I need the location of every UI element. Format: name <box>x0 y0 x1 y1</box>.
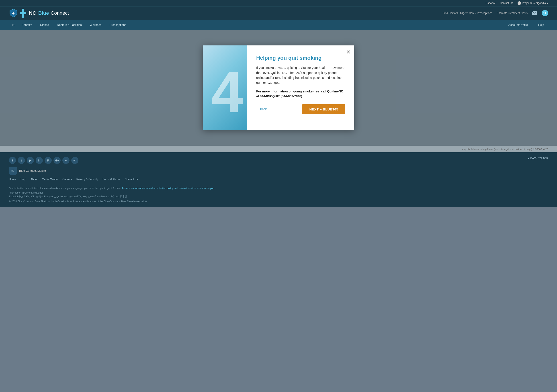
nav-help[interactable]: Help <box>534 20 548 30</box>
facebook-icon[interactable]: f <box>9 157 16 164</box>
disclaimer-bar: any disclaimers or legal here (website l… <box>0 146 557 152</box>
espanol-link[interactable]: Español <box>486 1 495 5</box>
footer-top: f t ▶ in P G+ ● BC BC Blue Connect Mobil… <box>9 157 548 175</box>
svg-text:⊕: ⊕ <box>12 12 15 15</box>
nav-account[interactable]: Account/Profile <box>504 20 532 30</box>
modal-body-bold: For more information on going smoke-free… <box>256 89 345 99</box>
linkedin-icon[interactable]: in <box>36 157 43 164</box>
footer-media[interactable]: Media Center <box>42 178 58 181</box>
user-icon <box>517 1 521 5</box>
nav-bar: ⌂ Benefits Claims Doctors & Facilities W… <box>0 20 557 30</box>
user-name: Prajeeth Venigandla <box>522 1 546 5</box>
modal-title: Helping you quit smoking <box>256 54 345 61</box>
modal-footer: ← back NEXT – BLUE365 <box>256 104 345 114</box>
next-button[interactable]: NEXT – BLUE365 <box>302 104 345 114</box>
copyright-text: © 2020 Blue Cross and Blue Shield of Nor… <box>9 200 147 203</box>
pinterest-icon[interactable]: P <box>45 157 52 164</box>
languages-text: Español 中文 Tiếng Việt 한국어 Français عربي … <box>9 195 127 198</box>
footer-legal-text: Discrimination is prohibited. If you nee… <box>9 187 122 189</box>
footer-privacy[interactable]: Privacy & Security <box>76 178 98 181</box>
footer: f t ▶ in P G+ ● BC BC Blue Connect Mobil… <box>0 152 557 207</box>
footer-languages-list: Español 中文 Tiếng Việt 한국어 Français عربي … <box>9 195 548 198</box>
footer-about[interactable]: About <box>31 178 37 181</box>
svg-rect-2 <box>20 12 26 14</box>
search-button[interactable] <box>542 10 548 16</box>
shield-icon: ⊕ <box>9 9 18 18</box>
nav-wellness[interactable]: Wellness <box>86 20 106 30</box>
rss-icon[interactable]: ● <box>62 157 70 164</box>
user-info: Prajeeth Venigandla ▾ <box>517 1 548 5</box>
back-to-top-button[interactable]: ▲ BACK TO TOP <box>527 157 548 160</box>
top-bar: Español Contact Us Prajeeth Venigandla ▾ <box>0 0 557 6</box>
home-nav-button[interactable]: ⌂ <box>9 20 18 30</box>
googleplus-icon[interactable]: G+ <box>53 157 61 164</box>
back-button[interactable]: ← back <box>256 107 267 111</box>
footer-help[interactable]: Help <box>20 178 26 181</box>
modal-left-panel: 4 <box>203 45 247 130</box>
mail-icon[interactable] <box>532 11 537 15</box>
footer-legal: Discrimination is prohibited. If you nee… <box>9 187 548 190</box>
youtube-icon[interactable]: ▶ <box>27 157 34 164</box>
learn-more-link[interactable]: Learn more about our non-discrimination … <box>122 187 215 189</box>
footer-other-languages: Information in Other Languages <box>9 191 548 194</box>
find-doctors-link[interactable]: Find Doctors / Urgent Care / Prescriptio… <box>443 12 492 15</box>
nav-prescriptions[interactable]: Prescriptions <box>105 20 130 30</box>
logo: ⊕ NC Blue Connect <box>9 9 69 18</box>
blue-cross-icon <box>20 9 26 18</box>
modal-dialog: 4 ✕ Helping you quit smoking If you smok… <box>203 45 354 130</box>
header: ⊕ NC Blue Connect Find Doctors / Urgent … <box>0 6 557 20</box>
twitter-icon[interactable]: t <box>18 157 25 164</box>
footer-home[interactable]: Home <box>9 178 16 181</box>
nav-benefits[interactable]: Benefits <box>18 20 36 30</box>
social-icons: f t ▶ in P G+ ● BC <box>9 157 78 164</box>
mobile-app-section: BC Blue Connect Mobile <box>9 167 78 175</box>
mobile-app-label: Blue Connect Mobile <box>19 169 46 172</box>
svg-point-4 <box>544 12 546 14</box>
logo-connect: Connect <box>50 10 69 16</box>
estimate-costs-link[interactable]: Estimate Treatment Costs <box>497 12 528 15</box>
page-content: 12 5 4 ✕ Helping you quit smoking If you… <box>0 30 557 146</box>
modal-backdrop: 4 ✕ Helping you quit smoking If you smok… <box>0 30 557 146</box>
mobile-app-icon-social[interactable]: BC <box>71 157 78 164</box>
nav-claims[interactable]: Claims <box>36 20 53 30</box>
header-links: Find Doctors / Urgent Care / Prescriptio… <box>443 10 548 16</box>
mobile-app-logo: BC <box>9 167 17 175</box>
svg-line-5 <box>545 14 546 15</box>
footer-contact[interactable]: Contact Us <box>125 178 138 181</box>
footer-careers[interactable]: Careers <box>62 178 72 181</box>
modal-close-button[interactable]: ✕ <box>346 49 351 55</box>
modal-number: 4 <box>211 63 244 121</box>
other-languages-label: Information in Other Languages <box>9 191 43 194</box>
dropdown-icon[interactable]: ▾ <box>547 1 548 5</box>
footer-links: Home Help About Media Center Careers Pri… <box>9 178 548 181</box>
footer-fraud[interactable]: Fraud & Abuse <box>102 178 120 181</box>
modal-right-panel: ✕ Helping you quit smoking If you smoke … <box>247 45 354 130</box>
disclaimer-text: any disclaimers or legal here (website l… <box>462 148 548 151</box>
footer-copyright: © 2020 Blue Cross and Blue Shield of Nor… <box>9 200 548 203</box>
nav-right: Account/Profile Help <box>504 20 548 30</box>
modal-body: If you smoke or vape, quitting is vital … <box>256 65 345 85</box>
logo-blue: Blue <box>38 10 49 16</box>
contact-link[interactable]: Contact Us <box>500 1 513 5</box>
footer-divider <box>9 184 548 184</box>
nav-doctors[interactable]: Doctors & Facilities <box>53 20 86 30</box>
logo-nc: NC <box>29 10 36 16</box>
